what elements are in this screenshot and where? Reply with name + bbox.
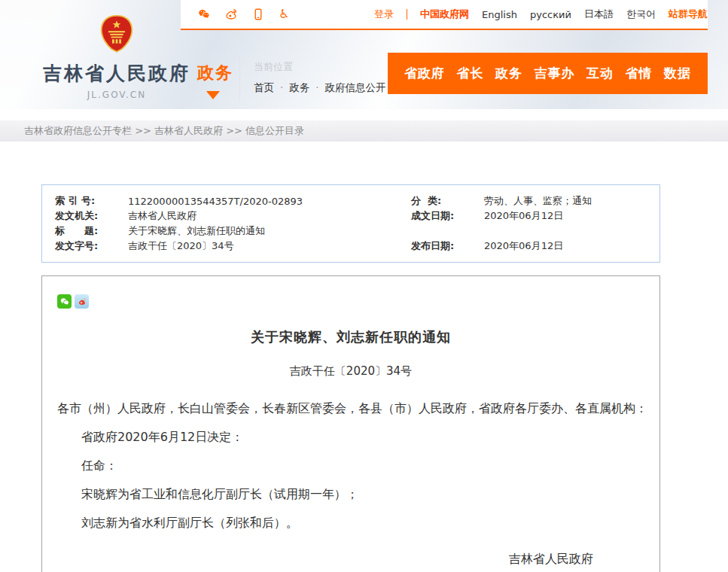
breadcrumb: 吉林省政府信息公开专栏 >> 吉林省人民政府 >> 信息公开目录 xyxy=(24,124,304,138)
document-box: 关于宋晓辉、刘志新任职的通知 吉政干任〔2020〕34号 各市（州）人民政府，长… xyxy=(41,275,660,572)
paragraph-addressees: 各市（州）人民政府，长白山管委会，长春新区管委会，各县（市）人民政府，省政府各厅… xyxy=(57,403,643,415)
loc-link-home[interactable]: 首页 xyxy=(254,81,274,95)
breadcrumb-bar: 吉林省政府信息公开专栏 >> 吉林省人民政府 >> 信息公开目录 xyxy=(0,120,728,141)
meta-value: 吉政干任〔2020〕34号 xyxy=(128,239,234,253)
lang-korean-link[interactable]: 한국어 xyxy=(626,8,656,21)
location-links: 首页 政务 政府信息公开 xyxy=(254,81,392,95)
meta-col-right: 分 类:劳动、人事、监察；通知 成文日期:2020年06月12日 发布日期:20… xyxy=(411,193,659,254)
meta-value: 2020年06月12日 xyxy=(484,239,563,253)
tab-zhengwu[interactable]: 政务 xyxy=(197,62,233,84)
accessibility-icon[interactable]: ♿ xyxy=(279,8,289,21)
meta-row-docnum: 发文字号:吉政干任〔2020〕34号 xyxy=(55,239,411,253)
signature-name: 吉林省人民政府 xyxy=(57,553,593,565)
nav-item-data[interactable]: 数据 xyxy=(664,65,691,82)
share-weibo-button[interactable] xyxy=(75,294,89,309)
wechat-icon[interactable] xyxy=(197,8,211,21)
nav-item-affairs[interactable]: 政务 xyxy=(495,65,522,82)
meta-col-left: 索 引 号:11220000013544357T/2020-02893 发文机关… xyxy=(55,193,411,254)
share-buttons xyxy=(57,294,659,309)
nav-item-interaction[interactable]: 互动 xyxy=(586,65,614,82)
meta-value: 11220000013544357T/2020-02893 xyxy=(128,196,303,207)
lang-english-link[interactable]: English xyxy=(482,9,517,20)
meta-label: 发文机关: xyxy=(55,209,128,223)
document-body: 各市（州）人民政府，长白山管委会，长春新区管委会，各县（市）人民政府，省政府各厅… xyxy=(57,403,643,572)
meta-row-publish-date: 发布日期:2020年06月12日 xyxy=(411,239,659,253)
meta-label: 发布日期: xyxy=(411,239,484,253)
meta-label: 成文日期: xyxy=(411,209,484,223)
topbar-icons: ♿ xyxy=(197,8,289,21)
signature-block: 吉林省人民政府 2020年6月12日 xyxy=(57,553,643,572)
meta-value: 2020年06月12日 xyxy=(484,209,563,223)
national-emblem-icon xyxy=(99,15,134,54)
lang-russian-link[interactable]: русский xyxy=(530,9,571,20)
nav-item-jishiban[interactable]: 吉事办 xyxy=(535,65,575,82)
nav-item-province-info[interactable]: 省情 xyxy=(626,65,653,82)
main-content: 索 引 号:11220000013544357T/2020-02893 发文机关… xyxy=(0,184,728,572)
site-header: ♿ 登录 中国政府网 English русский 日本語 한국어 站群导航 … xyxy=(0,0,728,109)
current-location-label: 当前位置 xyxy=(254,60,392,74)
loc-link-info-disclosure[interactable]: 政府信息公开 xyxy=(315,81,385,95)
site-group-nav-link[interactable]: 站群导航 xyxy=(669,8,708,21)
mobile-icon[interactable] xyxy=(251,8,265,21)
site-name: 吉林省人民政府 xyxy=(39,61,194,86)
current-location: 当前位置 首页 政务 政府信息公开 xyxy=(254,60,392,95)
meta-row-agency: 发文机关:吉林省人民政府 xyxy=(55,209,411,223)
meta-label: 分 类: xyxy=(411,194,484,208)
meta-label: 发文字号: xyxy=(55,239,128,253)
meta-value: 吉林省人民政府 xyxy=(128,209,196,223)
meta-row-written-date: 成文日期:2020年06月12日 xyxy=(411,209,659,223)
meta-value: 劳动、人事、监察；通知 xyxy=(484,194,592,208)
loc-link-zhengwu[interactable]: 政务 xyxy=(280,81,309,95)
meta-row-category: 分 类:劳动、人事、监察；通知 xyxy=(411,194,659,208)
login-link[interactable]: 登录 xyxy=(374,8,394,21)
logo-block[interactable]: 吉林省人民政府 JL.GOV.CN xyxy=(39,15,194,100)
topbar-links: 登录 中国政府网 English русский 日本語 한국어 站群导航 xyxy=(374,8,708,21)
tab-arrow-icon xyxy=(206,91,220,99)
meta-label: 索 引 号: xyxy=(55,194,128,208)
topbar: ♿ 登录 中国政府网 English русский 日本語 한국어 站群导航 xyxy=(181,0,708,30)
meta-label: 标 题: xyxy=(55,224,128,238)
meta-box: 索 引 号:11220000013544357T/2020-02893 发文机关… xyxy=(41,184,660,263)
gov-cn-link[interactable]: 中国政府网 xyxy=(420,8,469,21)
paragraph-song: 宋晓辉为省工业和信息化厅副厅长（试用期一年）； xyxy=(57,488,643,500)
lang-japanese-link[interactable]: 日本語 xyxy=(584,8,614,21)
share-wechat-button[interactable] xyxy=(57,294,72,309)
weibo-icon[interactable] xyxy=(224,8,238,21)
paragraph-appoint: 任命： xyxy=(57,460,643,472)
meta-value: 关于宋晓辉、刘志新任职的通知 xyxy=(128,224,265,238)
meta-row-index: 索 引 号:11220000013544357T/2020-02893 xyxy=(55,194,411,208)
page: ♿ 登录 中国政府网 English русский 日本語 한국어 站群导航 … xyxy=(0,0,728,572)
main-nav: 省政府 省长 政务 吉事办 互动 省情 数据 xyxy=(388,53,708,94)
nav-item-governor[interactable]: 省长 xyxy=(457,65,484,82)
meta-row-title: 标 题:关于宋晓辉、刘志新任职的通知 xyxy=(55,224,411,238)
site-domain: JL.GOV.CN xyxy=(39,90,194,100)
paragraph-liu: 刘志新为省水利厅副厅长（列张和后）。 xyxy=(57,517,643,529)
nav-item-provincial-govt[interactable]: 省政府 xyxy=(404,65,445,82)
topbar-separator xyxy=(407,9,407,20)
header-divider xyxy=(239,54,240,101)
paragraph-decision: 省政府2020年6月12日决定： xyxy=(57,431,643,443)
document-title: 关于宋晓辉、刘志新任职的通知 xyxy=(42,328,659,346)
document-number: 吉政干任〔2020〕34号 xyxy=(42,364,659,379)
